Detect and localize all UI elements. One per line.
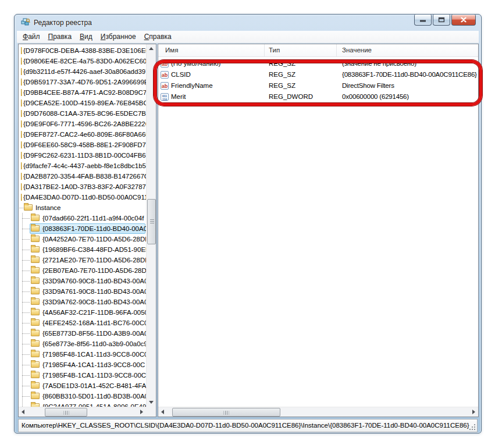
column-header-value[interactable]: Значение [342, 47, 372, 54]
menu-item-3[interactable]: Избранное [97, 31, 140, 42]
tree-item-label: {7A5DE1D3-01A1-452C-B481-4FA [42, 382, 146, 389]
tree-item-root[interactable]: {d9facfe7-4c4c-4437-aebb-f8e1c8dbc1b5 [19, 161, 146, 171]
scrollbar-corner [146, 407, 156, 417]
tree-item-label: {D9BB4CEE-B87A-47F1-AC92-B08D9C781 [23, 89, 146, 96]
folder-icon [31, 403, 40, 407]
tree-item-instance-child[interactable]: {33D9A760-90C8-11d0-BD43-00A0 [19, 276, 146, 286]
window-title: Редактор реестра [34, 19, 92, 27]
menu-item-0[interactable]: Файл [19, 31, 44, 42]
tree-item-instance-child[interactable]: {19689BF6-C384-48FD-AD51-90E5 [19, 244, 146, 255]
tree-item-label: Instance [35, 204, 60, 211]
folder-icon [31, 330, 40, 336]
tree-vscroll-thumb[interactable] [147, 199, 156, 244]
folder-icon [31, 267, 40, 273]
tree-item-instance-child[interactable]: {33D9A762-90C8-11d0-BD43-00A0 [19, 297, 146, 307]
folder-icon [31, 215, 40, 221]
folder-icon [31, 246, 40, 253]
tree-item-root[interactable]: {D9B59177-33A7-4D76-9D51-2A996699EE [19, 77, 146, 87]
maximize-button[interactable] [433, 15, 450, 26]
tree-item-selected[interactable]: {083863F1-70DE-11d0-BD40-00A0 [19, 223, 146, 234]
tree-item-label: {19689BF6-C384-48FD-AD51-90E5 [42, 246, 146, 253]
folder-icon-clipped [21, 131, 22, 138]
tree-item-instance-child[interactable]: {07dad660-22f1-11d1-a9f4-00c04f [19, 213, 146, 223]
scroll-down-button[interactable] [147, 397, 156, 407]
column-header-name[interactable]: Имя [165, 47, 178, 54]
tree-item-instance-child[interactable]: {71985F4B-1CA1-11D3-9CC8-00C [19, 370, 146, 381]
tree-item-root[interactable]: {D9F9C262-6231-11D3-8B1D-00C04FB6BD [19, 150, 146, 161]
tree-item-root[interactable]: {D978F0CB-DEBA-4388-83BE-D3E106E02A [19, 45, 146, 56]
resize-grip[interactable] [474, 429, 475, 430]
tree-item-root[interactable]: {DA2B8720-3354-4FAB-B838-B1472667C8 [19, 171, 146, 182]
tree-item-instance-child[interactable]: {7A5DE1D3-01A1-452C-B481-4FA [19, 381, 146, 391]
folder-icon-clipped [21, 110, 22, 117]
menu-item-2[interactable]: Вид [76, 31, 97, 42]
tree-item-label: {4EFE2452-168A-11d1-BC76-00C0 [42, 319, 146, 326]
tree-item-root[interactable]: {D9CEA52E-100D-4159-89EA-76E845BC13 [19, 98, 146, 108]
folder-icon [31, 319, 40, 326]
scroll-left-button[interactable] [19, 407, 29, 417]
list-header: Имя Тип Значение [158, 44, 478, 57]
tree-item-instance-child[interactable]: {4A56AF32-C21F-11DB-96FA-0050 [19, 307, 146, 318]
tree-item-label: {65E8773D-8F56-11D0-A3B9-00A0 [42, 330, 146, 337]
folder-icon [31, 393, 40, 399]
tree-item-root[interactable]: {DA317BE2-1A0D-37B3-83F2-A0F32787FC [19, 182, 146, 192]
list-hscroll-thumb[interactable] [172, 408, 280, 417]
menu-item-1[interactable]: Правка [44, 31, 76, 42]
tree-item-label: {65e8773e-8f56-11d0-a3b9-00a0c9 [42, 340, 146, 347]
tree-item-root[interactable]: {D9F6EE60-58C9-458B-88E1-2F908FD7F87 [19, 140, 146, 150]
folder-icon-clipped [21, 141, 22, 148]
tree-item-instance-child[interactable]: {65E8773D-8F56-11D0-A3B9-00A0 [19, 328, 146, 339]
tree-item-label: {71985F4B-1CA1-11D3-9CC8-00C [42, 372, 146, 379]
folder-icon [31, 382, 40, 389]
tree-horizontal-scrollbar[interactable] [19, 407, 146, 417]
tree-item-root[interactable]: {d9b3211d-e57f-4426-aaef-30a806add397 [19, 66, 146, 77]
list-horizontal-scrollbar[interactable] [158, 407, 478, 417]
tree-item-label: {DA4E3DA0-D07D-11d0-BD50-00A0C911C [23, 194, 146, 201]
tree-item-instance-child[interactable]: {4EFE2452-168A-11d1-BC76-00C0 [19, 318, 146, 328]
tree-item-label: {2EB07EA0-7E70-11D0-A5D6-28DE [42, 267, 146, 274]
tree-item-root[interactable]: {D9D76088-C1AA-37E5-8C96-E5DEC7B32 [19, 108, 146, 119]
folder-icon-clipped [21, 162, 22, 169]
registry-tree-pane: {D978F0CB-DEBA-4388-83BE-D3E106E02A{D980… [18, 44, 156, 417]
tree-item-label: {D9F6EE60-58C9-458B-88E1-2F908FD7F87 [23, 141, 146, 148]
tree-item-root[interactable]: {DA4E3DA0-D07D-11d0-BD50-00A0C911C [19, 192, 146, 202]
tree-item-instance-child[interactable]: {9C24A977-0951-451A-8006-0E49 [19, 401, 146, 407]
close-button[interactable] [451, 15, 476, 26]
tree-item-instance-child[interactable]: {2721AE20-7E70-11D0-A5D6-28DE [19, 255, 146, 265]
menu-item-4[interactable]: Справка [140, 31, 176, 42]
scroll-right-button[interactable] [468, 407, 478, 417]
folder-icon-clipped [21, 58, 22, 65]
tree-item-label: {33D9A761-90C8-11d0-BD43-00A0 [42, 288, 146, 295]
tree-item-instance-child[interactable]: {2EB07EA0-7E70-11D0-A5D6-28DE [19, 265, 146, 276]
folder-icon-clipped [21, 99, 22, 106]
tree-item-label: {d9facfe7-4c4c-4437-aebb-f8e1c8dbc1b5 [23, 162, 146, 169]
scroll-left-button[interactable] [158, 407, 168, 417]
scroll-up-button[interactable] [147, 44, 156, 54]
folder-icon [31, 278, 40, 284]
tree-item-label: {9C24A977-0951-451A-8006-0E49 [42, 403, 146, 407]
tree-item-instance-child[interactable]: {33D9A761-90C8-11d0-BD43-00A0 [19, 286, 146, 297]
column-header-type[interactable]: Тип [269, 47, 280, 54]
tree-item-root[interactable]: {D9EF8727-CAC2-4e60-809E-86F80A666C [19, 129, 146, 140]
folder-icon [31, 340, 40, 347]
tree-item-root[interactable]: {D9806E4E-82CE-4a75-83D0-A062EC6053 [19, 56, 146, 66]
scroll-right-button[interactable] [136, 407, 146, 417]
tree-item-instance-child[interactable]: {65e8773e-8f56-11d0-a3b9-00a0c9 [19, 339, 146, 349]
tree-item-instance-child[interactable]: {71985F4A-1CA1-11d3-9CC8-00C [19, 360, 146, 370]
tree-item-root[interactable]: {D9E9F0F6-7771-4596-BC26-2A8BE222CB [19, 119, 146, 129]
minimize-button[interactable] [414, 15, 432, 26]
tree-item-label: {DA317BE2-1A0D-37B3-83F2-A0F32787FC [23, 183, 146, 190]
tree-item-instance-child[interactable]: {0A4252A0-7E70-11D0-A5D6-28DB [19, 234, 146, 244]
tree-content[interactable]: {D978F0CB-DEBA-4388-83BE-D3E106E02A{D980… [19, 44, 146, 407]
tree-item-instance-child[interactable]: {860BB310-5D01-11d0-BD3B-00A0 [19, 391, 146, 401]
title-bar[interactable]: Редактор реестра [15, 15, 481, 31]
tree-item-instance[interactable]: Instance [19, 202, 146, 213]
tree-item-label: {D9B59177-33A7-4D76-9D51-2A996699EE [23, 79, 146, 86]
tree-item-label: {33D9A760-90C8-11d0-BD43-00A0 [42, 278, 146, 285]
tree-item-instance-child[interactable]: {71985F48-1CA1-11d3-9CC8-00C0 [19, 349, 146, 360]
folder-icon-clipped [21, 183, 22, 190]
tree-hscroll-thumb[interactable] [45, 408, 87, 417]
tree-item-root[interactable]: {D9BB4CEE-B87A-47F1-AC92-B08D9C781 [19, 87, 146, 98]
folder-icon-clipped [21, 152, 22, 159]
folder-icon [31, 257, 40, 263]
